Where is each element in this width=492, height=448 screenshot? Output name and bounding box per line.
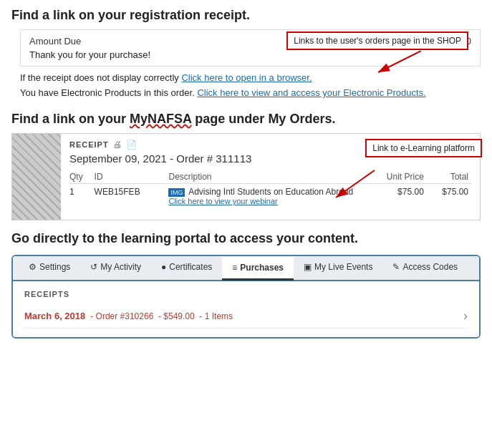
electronic-text: You have Electronic Products in this ord…: [20, 87, 197, 98]
product-flag: IMG: [168, 188, 185, 197]
receipt-label: RECEIPT: [69, 140, 109, 149]
tab-access-codes-label: Access Codes: [402, 262, 458, 272]
thank-you-text: Thank you for your purchase!: [29, 49, 150, 60]
tab-certificates[interactable]: ● Certificates: [151, 256, 222, 280]
arrow-1: [364, 51, 428, 78]
settings-icon: ⚙: [29, 262, 37, 272]
purchases-icon: ≡: [232, 263, 237, 273]
tab-purchases-label: Purchases: [240, 263, 284, 273]
heading-after: page under My Orders.: [191, 112, 335, 126]
col-qty: Qty: [69, 170, 95, 184]
printer-icon[interactable]: 🖨: [113, 140, 122, 150]
row-qty: 1: [69, 184, 95, 209]
col-total: Total: [427, 170, 471, 184]
table-row: 1 WEB15FEB IMG Advising Intl Students on…: [69, 184, 471, 209]
svg-line-1: [378, 51, 421, 72]
col-id: ID: [95, 170, 169, 184]
document-icon[interactable]: 📄: [126, 140, 137, 150]
annotation-box-2: Link to e-Learning platform: [365, 139, 482, 157]
amount-label: Amount Due: [29, 36, 81, 47]
receipt-entry[interactable]: March 6, 2018 - Order #310266 - $549.00 …: [24, 304, 468, 328]
svg-line-3: [336, 170, 375, 198]
order-table: Qty ID Description Unit Price Total 1 WE…: [69, 170, 471, 208]
portal-tabs: ⚙ Settings ↺ My Activity ● Certificates …: [13, 256, 479, 281]
receipt-items: 1 Items: [205, 311, 233, 321]
certificates-icon: ●: [161, 262, 166, 272]
section1-heading: Find a link on your registration receipt…: [11, 7, 481, 24]
tab-live-events-label: My Live Events: [314, 262, 372, 272]
receipt-block: Amount Due $0.00 Links to the user's ord…: [20, 29, 481, 67]
tab-my-activity[interactable]: ↺ My Activity: [80, 256, 151, 280]
tab-settings[interactable]: ⚙ Settings: [19, 256, 80, 280]
row-total: $75.00: [427, 184, 471, 209]
annotation-box-1: Links to the user's orders page in the S…: [286, 31, 468, 50]
receipt-order-detail: - Order #310266 - $549.00 - 1 Items: [88, 311, 233, 321]
portal-body: RECEIPTS March 6, 2018 - Order #310266 -…: [13, 281, 479, 337]
tab-certificates-label: Certificates: [169, 262, 212, 272]
mynafsa-text: MyNAFSA: [130, 112, 191, 126]
section2-heading: Find a link on your MyNAFSA page under M…: [11, 111, 481, 127]
tab-settings-label: Settings: [39, 262, 70, 272]
tab-purchases[interactable]: ≡ Purchases: [222, 257, 294, 281]
receipts-section-label: RECEIPTS: [24, 290, 468, 298]
arrow-2: [323, 169, 380, 205]
receipt-order-number: Order #310266: [96, 311, 154, 321]
receipt-amount: $549.00: [163, 311, 194, 321]
electronic-link[interactable]: Click here to view and access your Elect…: [197, 87, 425, 98]
receipt-entry-info: March 6, 2018 - Order #310266 - $549.00 …: [24, 311, 233, 321]
tab-activity-label: My Activity: [100, 262, 141, 272]
receipt-date[interactable]: March 6, 2018: [24, 311, 85, 321]
browser-link[interactable]: Click here to open in a browser.: [181, 72, 312, 83]
activity-icon: ↺: [90, 262, 97, 272]
chevron-right-icon[interactable]: ›: [463, 308, 468, 323]
order-card-wrapper: RECEIPT 🖨 📄 September 09, 2021 - Order #…: [11, 133, 481, 220]
portal-card: ⚙ Settings ↺ My Activity ● Certificates …: [11, 255, 481, 339]
row-id: WEB15FEB: [95, 184, 169, 209]
access-codes-icon: ✎: [392, 262, 400, 272]
order-thumbnail: [12, 134, 61, 220]
browser-text: If the receipt does not display correctl…: [20, 72, 181, 83]
heading-before: Find a link on your: [11, 112, 130, 126]
section3-heading: Go directly to the learning portal to ac…: [11, 230, 481, 247]
tab-access-codes[interactable]: ✎ Access Codes: [382, 256, 468, 280]
live-events-icon: ▣: [304, 262, 312, 272]
tab-live-events[interactable]: ▣ My Live Events: [294, 256, 382, 280]
